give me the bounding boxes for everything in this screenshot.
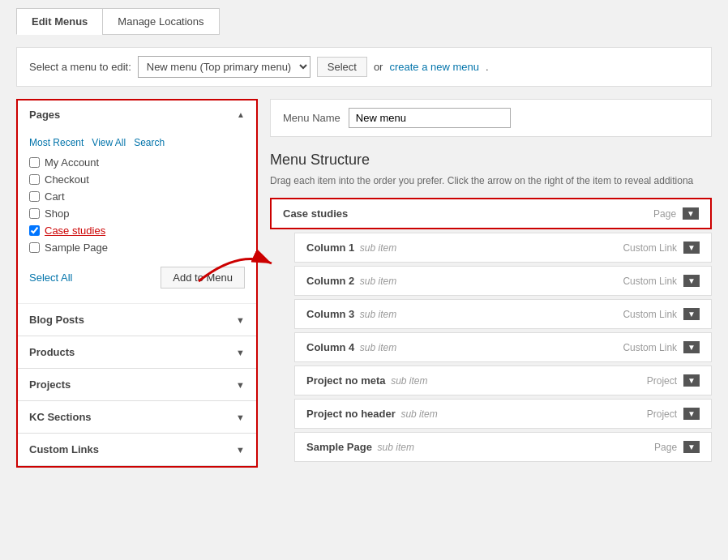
kc-sections-label: KC Sections: [29, 411, 92, 423]
tab-edit-menus[interactable]: Edit Menus: [16, 8, 102, 35]
sample-page-label[interactable]: Sample Page: [45, 242, 108, 254]
projects-chevron-icon: ▼: [236, 380, 245, 390]
menu-structure: Menu Structure Drag each item into the o…: [270, 152, 712, 462]
sample-page-checkbox[interactable]: [29, 242, 40, 253]
custom-links-header[interactable]: Custom Links ▼: [18, 434, 256, 465]
menu-item-project-no-header: Project no header sub item Project ▼: [294, 399, 712, 429]
case-studies-label[interactable]: Case studies: [45, 224, 105, 237]
menu-item-column2: Column 2 sub item Custom Link ▼: [294, 266, 712, 296]
menu-item-column3-label: Column 3 sub item: [306, 308, 396, 320]
projects-label: Projects: [29, 378, 71, 391]
main-content: Pages ▲ Most Recent View All Search M: [16, 99, 712, 468]
page-item-sample-page: Sample Page: [29, 242, 245, 254]
products-header[interactable]: Products ▼: [18, 336, 256, 368]
menu-item-project-no-meta-right: Project ▼: [647, 374, 700, 387]
shop-label[interactable]: Shop: [45, 207, 69, 220]
blog-posts-header[interactable]: Blog Posts ▼: [18, 304, 256, 336]
or-text: or: [374, 61, 383, 73]
main-content-wrapper: Pages ▲ Most Recent View All Search M: [16, 99, 712, 468]
menu-item-column1-label: Column 1 sub item: [306, 242, 396, 254]
pages-checkbox-list: My Account Checkout Cart: [29, 156, 245, 254]
blog-posts-label: Blog Posts: [29, 314, 84, 326]
menu-item-column3-right: Custom Link ▼: [623, 308, 700, 320]
my-account-label[interactable]: My Account: [45, 156, 99, 169]
column3-dropdown-icon[interactable]: ▼: [683, 308, 700, 320]
page-item-case-studies: Case studies: [29, 224, 245, 237]
page-item-checkout: Checkout: [29, 173, 245, 186]
checkout-checkbox[interactable]: [29, 174, 40, 185]
projects-section: Projects ▼: [18, 369, 256, 401]
pages-tab-search[interactable]: Search: [134, 137, 165, 148]
menu-item-column1-right: Custom Link ▼: [623, 242, 700, 254]
column4-dropdown-icon[interactable]: ▼: [683, 341, 700, 353]
cart-label[interactable]: Cart: [45, 190, 65, 203]
create-new-menu-link[interactable]: create a new menu: [389, 61, 479, 73]
menu-item-sample-page-label: Sample Page sub item: [306, 441, 414, 453]
column1-dropdown-icon[interactable]: ▼: [683, 242, 700, 254]
custom-links-chevron-icon: ▼: [236, 445, 245, 455]
pages-footer: Select All Add to Menu: [29, 263, 245, 295]
menu-name-input[interactable]: New menu: [349, 108, 511, 128]
kc-sections-header[interactable]: KC Sections ▼: [18, 401, 256, 433]
my-account-checkbox[interactable]: [29, 157, 40, 168]
pages-content: Most Recent View All Search My Account: [18, 129, 256, 303]
menu-item-column3: Column 3 sub item Custom Link ▼: [294, 299, 712, 329]
page-wrapper: Edit Menus Manage Locations Select a men…: [0, 0, 728, 560]
kc-sections-chevron-icon: ▼: [236, 413, 245, 422]
menu-dropdown[interactable]: New menu (Top primary menu): [138, 56, 310, 78]
menu-item-column4-right: Custom Link ▼: [623, 341, 700, 353]
menu-item-sample-page-right: Page ▼: [654, 441, 700, 453]
checkout-label[interactable]: Checkout: [45, 173, 89, 186]
sample-page-dropdown-icon[interactable]: ▼: [683, 441, 700, 453]
menu-item-sample-page: Sample Page sub item Page ▼: [294, 432, 712, 462]
add-to-menu-button[interactable]: Add to Menu: [161, 267, 245, 289]
column2-dropdown-icon[interactable]: ▼: [683, 275, 700, 287]
menu-item-column4-label: Column 4 sub item: [306, 341, 396, 353]
pages-chevron-icon: ▲: [237, 110, 245, 119]
pages-title: Pages: [29, 109, 60, 121]
page-item-my-account: My Account: [29, 156, 245, 169]
project-no-header-dropdown-icon[interactable]: ▼: [683, 408, 700, 420]
tab-manage-locations[interactable]: Manage Locations: [102, 8, 219, 35]
case-studies-dropdown-icon[interactable]: ▼: [683, 207, 699, 220]
menu-item-column1: Column 1 sub item Custom Link ▼: [294, 233, 712, 263]
page-item-cart: Cart: [29, 190, 245, 203]
menu-name-row: Menu Name New menu: [270, 99, 712, 137]
project-no-meta-dropdown-icon[interactable]: ▼: [683, 374, 700, 387]
pages-section-header[interactable]: Pages ▲: [18, 100, 256, 129]
pages-section: Pages ▲ Most Recent View All Search M: [18, 100, 256, 304]
pages-tab-most-recent[interactable]: Most Recent: [29, 137, 84, 148]
pages-tabs: Most Recent View All Search: [29, 137, 245, 148]
page-item-shop: Shop: [29, 207, 245, 220]
custom-links-label: Custom Links: [29, 443, 99, 455]
case-studies-checkbox[interactable]: [29, 225, 40, 236]
shop-checkbox[interactable]: [29, 208, 40, 219]
menu-item-project-no-header-label: Project no header sub item: [306, 408, 438, 420]
menu-item-project-no-meta-label: Project no meta sub item: [306, 374, 428, 387]
custom-links-section: Custom Links ▼: [18, 434, 256, 466]
menu-item-column2-label: Column 2 sub item: [306, 275, 396, 287]
left-panel: Pages ▲ Most Recent View All Search M: [16, 99, 258, 468]
menu-name-label: Menu Name: [283, 112, 340, 124]
menu-structure-desc: Drag each item into the order you prefer…: [270, 175, 712, 186]
menu-item-column4: Column 4 sub item Custom Link ▼: [294, 332, 712, 362]
pages-tab-view-all[interactable]: View All: [92, 137, 126, 148]
projects-header[interactable]: Projects ▼: [18, 369, 256, 400]
blog-posts-chevron-icon: ▼: [236, 315, 245, 325]
menu-item-case-studies-right: Page ▼: [653, 207, 699, 220]
tabs-bar: Edit Menus Manage Locations: [16, 8, 712, 35]
products-section: Products ▼: [18, 336, 256, 369]
menu-item-project-no-meta: Project no meta sub item Project ▼: [294, 365, 712, 395]
select-menu-label: Select a menu to edit:: [29, 61, 131, 73]
products-label: Products: [29, 346, 75, 358]
select-button[interactable]: Select: [317, 57, 367, 77]
menu-item-project-no-header-right: Project ▼: [647, 408, 700, 420]
kc-sections-section: KC Sections ▼: [18, 401, 256, 434]
select-menu-bar: Select a menu to edit: New menu (Top pri…: [16, 47, 712, 87]
blog-posts-section: Blog Posts ▼: [18, 304, 256, 336]
products-chevron-icon: ▼: [236, 348, 245, 357]
menu-item-column2-right: Custom Link ▼: [623, 275, 700, 287]
cart-checkbox[interactable]: [29, 191, 40, 202]
select-all-link[interactable]: Select All: [29, 271, 72, 284]
menu-item-case-studies: Case studies Page ▼: [270, 198, 712, 229]
